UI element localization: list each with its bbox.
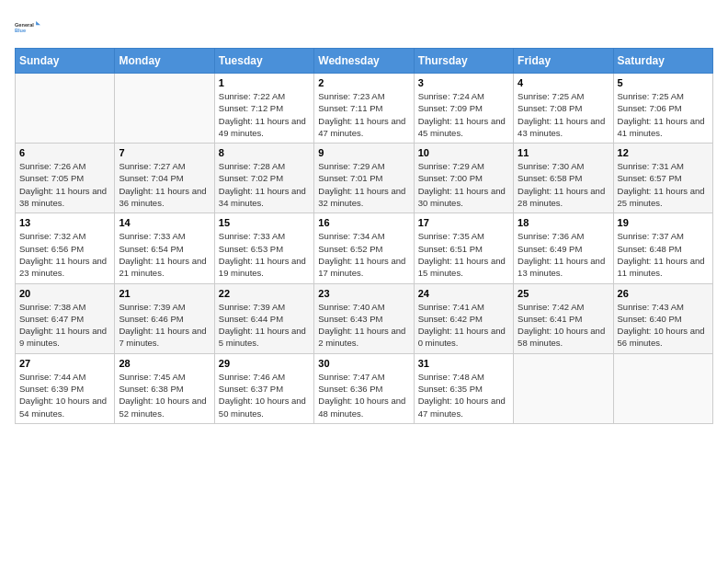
day-info: Sunrise: 7:48 AM Sunset: 6:35 PM Dayligh…	[418, 371, 509, 419]
calendar-cell: 16Sunrise: 7:34 AM Sunset: 6:52 PM Dayli…	[314, 213, 414, 283]
calendar-cell: 11Sunrise: 7:30 AM Sunset: 6:58 PM Dayli…	[514, 144, 613, 213]
calendar-cell: 27Sunrise: 7:44 AM Sunset: 6:39 PM Dayli…	[16, 353, 115, 423]
calendar-header: SundayMondayTuesdayWednesdayThursdayFrid…	[16, 49, 713, 74]
day-info: Sunrise: 7:42 AM Sunset: 6:41 PM Dayligh…	[518, 301, 609, 350]
calendar-cell	[115, 74, 214, 144]
day-number: 1	[219, 77, 310, 88]
day-number: 5	[618, 77, 709, 88]
calendar-cell: 3Sunrise: 7:24 AM Sunset: 7:09 PM Daylig…	[414, 74, 513, 144]
day-number: 27	[19, 358, 110, 369]
day-info: Sunrise: 7:37 AM Sunset: 6:48 PM Dayligh…	[618, 230, 709, 279]
day-info: Sunrise: 7:43 AM Sunset: 6:40 PM Dayligh…	[618, 301, 709, 350]
calendar-week-row: 27Sunrise: 7:44 AM Sunset: 6:39 PM Dayli…	[16, 353, 713, 423]
day-number: 10	[418, 147, 509, 158]
day-info: Sunrise: 7:46 AM Sunset: 6:37 PM Dayligh…	[219, 371, 310, 419]
calendar-cell: 12Sunrise: 7:31 AM Sunset: 6:57 PM Dayli…	[613, 144, 712, 213]
calendar-cell: 23Sunrise: 7:40 AM Sunset: 6:43 PM Dayli…	[314, 283, 414, 353]
day-number: 6	[19, 147, 110, 158]
day-info: Sunrise: 7:25 AM Sunset: 7:08 PM Dayligh…	[518, 90, 609, 139]
calendar-week-row: 13Sunrise: 7:32 AM Sunset: 6:56 PM Dayli…	[16, 213, 713, 283]
day-info: Sunrise: 7:39 AM Sunset: 6:44 PM Dayligh…	[219, 301, 310, 350]
day-number: 31	[418, 358, 509, 369]
day-number: 12	[618, 147, 709, 158]
calendar-cell: 19Sunrise: 7:37 AM Sunset: 6:48 PM Dayli…	[613, 213, 712, 283]
calendar-cell: 4Sunrise: 7:25 AM Sunset: 7:08 PM Daylig…	[514, 74, 613, 144]
calendar-cell: 7Sunrise: 7:27 AM Sunset: 7:04 PM Daylig…	[115, 144, 214, 213]
day-info: Sunrise: 7:27 AM Sunset: 7:04 PM Dayligh…	[119, 160, 210, 209]
page-header: GeneralBlue	[15, 15, 713, 40]
calendar-cell: 1Sunrise: 7:22 AM Sunset: 7:12 PM Daylig…	[214, 74, 313, 144]
day-number: 19	[618, 217, 709, 228]
day-info: Sunrise: 7:23 AM Sunset: 7:11 PM Dayligh…	[318, 90, 409, 139]
day-info: Sunrise: 7:44 AM Sunset: 6:39 PM Dayligh…	[19, 371, 110, 419]
calendar-cell: 2Sunrise: 7:23 AM Sunset: 7:11 PM Daylig…	[314, 74, 414, 144]
calendar-cell: 15Sunrise: 7:33 AM Sunset: 6:53 PM Dayli…	[214, 213, 313, 283]
calendar-cell: 18Sunrise: 7:36 AM Sunset: 6:49 PM Dayli…	[514, 213, 613, 283]
day-number: 25	[518, 288, 609, 299]
calendar-cell: 20Sunrise: 7:38 AM Sunset: 6:47 PM Dayli…	[16, 283, 115, 353]
day-of-week-header: Thursday	[414, 49, 513, 74]
day-number: 16	[318, 217, 409, 228]
day-number: 3	[418, 77, 509, 88]
day-info: Sunrise: 7:26 AM Sunset: 7:05 PM Dayligh…	[19, 160, 110, 209]
calendar-cell	[16, 74, 115, 144]
calendar-cell: 25Sunrise: 7:42 AM Sunset: 6:41 PM Dayli…	[514, 283, 613, 353]
day-info: Sunrise: 7:33 AM Sunset: 6:54 PM Dayligh…	[119, 230, 210, 279]
svg-text:General: General	[15, 22, 34, 28]
day-info: Sunrise: 7:28 AM Sunset: 7:02 PM Dayligh…	[219, 160, 310, 209]
day-number: 4	[518, 77, 609, 88]
day-of-week-header: Sunday	[16, 49, 115, 74]
calendar-cell: 6Sunrise: 7:26 AM Sunset: 7:05 PM Daylig…	[16, 144, 115, 213]
day-info: Sunrise: 7:29 AM Sunset: 7:00 PM Dayligh…	[418, 160, 509, 209]
calendar-cell	[514, 353, 613, 423]
day-number: 7	[119, 147, 210, 158]
day-number: 28	[119, 358, 210, 369]
day-number: 13	[19, 217, 110, 228]
day-number: 23	[318, 288, 409, 299]
day-number: 29	[219, 358, 310, 369]
day-info: Sunrise: 7:38 AM Sunset: 6:47 PM Dayligh…	[19, 301, 110, 350]
calendar-cell: 29Sunrise: 7:46 AM Sunset: 6:37 PM Dayli…	[214, 353, 313, 423]
day-number: 9	[318, 147, 409, 158]
day-number: 14	[119, 217, 210, 228]
day-number: 2	[318, 77, 409, 88]
calendar-week-row: 6Sunrise: 7:26 AM Sunset: 7:05 PM Daylig…	[16, 144, 713, 213]
day-info: Sunrise: 7:45 AM Sunset: 6:38 PM Dayligh…	[119, 371, 210, 419]
calendar-cell: 31Sunrise: 7:48 AM Sunset: 6:35 PM Dayli…	[414, 353, 513, 423]
day-info: Sunrise: 7:36 AM Sunset: 6:49 PM Dayligh…	[518, 230, 609, 279]
day-info: Sunrise: 7:25 AM Sunset: 7:06 PM Dayligh…	[618, 90, 709, 139]
day-info: Sunrise: 7:39 AM Sunset: 6:46 PM Dayligh…	[119, 301, 210, 350]
calendar-week-row: 20Sunrise: 7:38 AM Sunset: 6:47 PM Dayli…	[16, 283, 713, 353]
calendar-body: 1Sunrise: 7:22 AM Sunset: 7:12 PM Daylig…	[16, 74, 713, 424]
day-info: Sunrise: 7:33 AM Sunset: 6:53 PM Dayligh…	[219, 230, 310, 279]
day-number: 24	[418, 288, 509, 299]
calendar-cell: 28Sunrise: 7:45 AM Sunset: 6:38 PM Dayli…	[115, 353, 214, 423]
calendar-cell: 14Sunrise: 7:33 AM Sunset: 6:54 PM Dayli…	[115, 213, 214, 283]
calendar-cell: 22Sunrise: 7:39 AM Sunset: 6:44 PM Dayli…	[214, 283, 313, 353]
day-of-week-header: Friday	[514, 49, 613, 74]
calendar-cell: 21Sunrise: 7:39 AM Sunset: 6:46 PM Dayli…	[115, 283, 214, 353]
calendar-cell: 30Sunrise: 7:47 AM Sunset: 6:36 PM Dayli…	[314, 353, 414, 423]
day-number: 11	[518, 147, 609, 158]
day-number: 18	[518, 217, 609, 228]
day-number: 20	[19, 288, 110, 299]
calendar-cell: 24Sunrise: 7:41 AM Sunset: 6:42 PM Dayli…	[414, 283, 513, 353]
logo: GeneralBlue	[15, 15, 40, 40]
day-of-week-header: Tuesday	[214, 49, 313, 74]
logo-icon: GeneralBlue	[15, 15, 40, 40]
svg-text:Blue: Blue	[15, 28, 26, 33]
day-info: Sunrise: 7:30 AM Sunset: 6:58 PM Dayligh…	[518, 160, 609, 209]
calendar-cell: 10Sunrise: 7:29 AM Sunset: 7:00 PM Dayli…	[414, 144, 513, 213]
day-info: Sunrise: 7:35 AM Sunset: 6:51 PM Dayligh…	[418, 230, 509, 279]
day-info: Sunrise: 7:40 AM Sunset: 6:43 PM Dayligh…	[318, 301, 409, 350]
day-info: Sunrise: 7:32 AM Sunset: 6:56 PM Dayligh…	[19, 230, 110, 279]
calendar-cell: 17Sunrise: 7:35 AM Sunset: 6:51 PM Dayli…	[414, 213, 513, 283]
day-of-week-header: Wednesday	[314, 49, 414, 74]
day-number: 30	[318, 358, 409, 369]
day-number: 8	[219, 147, 310, 158]
day-info: Sunrise: 7:24 AM Sunset: 7:09 PM Dayligh…	[418, 90, 509, 139]
day-number: 21	[119, 288, 210, 299]
header-row: SundayMondayTuesdayWednesdayThursdayFrid…	[16, 49, 713, 74]
day-info: Sunrise: 7:47 AM Sunset: 6:36 PM Dayligh…	[318, 371, 409, 419]
day-number: 15	[219, 217, 310, 228]
